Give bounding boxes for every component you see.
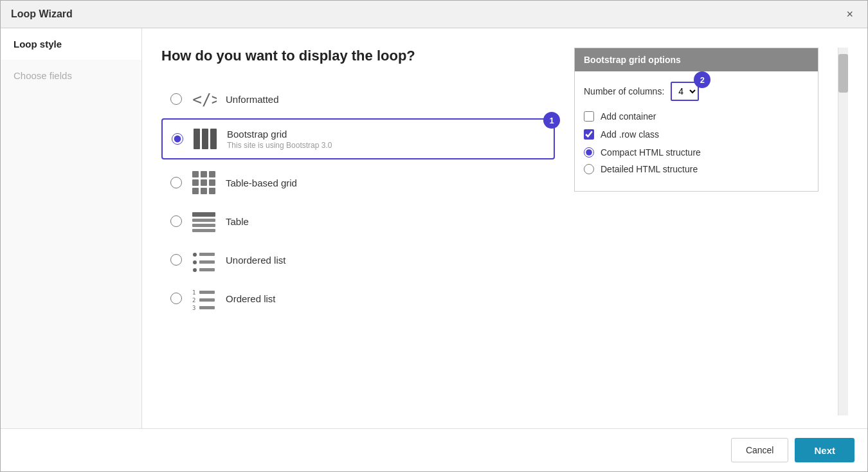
code-icon: </> <box>191 86 217 112</box>
svg-rect-3 <box>210 129 217 149</box>
svg-rect-16 <box>192 229 215 232</box>
option-ordered-list[interactable]: 1 2 3 Ordered list <box>161 279 555 318</box>
svg-rect-7 <box>192 179 199 186</box>
dialog-footer: Cancel Next <box>1 428 867 471</box>
html-structure-group: Compact HTML structure Detailed HTML str… <box>584 147 809 174</box>
dialog-title: Loop Wizard <box>11 8 73 20</box>
option-label-table: Table <box>226 216 249 227</box>
left-panel: How do you want to display the loop? </>… <box>161 48 555 415</box>
table-grid-icon <box>191 170 217 195</box>
compact-html-label: Compact HTML structure <box>601 147 701 158</box>
next-button[interactable]: Next <box>795 438 854 462</box>
svg-rect-22 <box>199 268 215 271</box>
option-bootstrap-grid[interactable]: Bootstrap grid This site is using Bootst… <box>161 118 555 159</box>
detailed-html-label: Detailed HTML structure <box>601 164 698 174</box>
add-container-row[interactable]: Add container <box>584 111 809 122</box>
radio-detailed-html[interactable] <box>584 164 594 174</box>
add-row-class-checkbox[interactable] <box>584 129 594 140</box>
bootstrap-icon <box>192 126 218 152</box>
title-bar: Loop Wizard × <box>1 1 867 28</box>
radio-unordered-list[interactable] <box>170 254 182 266</box>
sidebar-item-loop-style[interactable]: Loop style <box>1 28 141 60</box>
svg-rect-11 <box>201 188 207 194</box>
radio-compact-html[interactable] <box>584 147 594 158</box>
badge-2: 2 <box>694 71 710 88</box>
option-label-ul: Unordered list <box>226 255 285 266</box>
svg-point-17 <box>193 253 197 257</box>
ol-icon: 1 2 3 <box>191 286 217 311</box>
columns-row: Number of columns: 4 1 2 3 5 6 <box>584 82 809 101</box>
sidebar: Loop style Choose fields <box>1 28 142 428</box>
option-label-unformatted: Unformatted <box>226 94 279 105</box>
scrollbar-thumb[interactable] <box>838 54 848 93</box>
add-row-class-row[interactable]: Add .row class <box>584 129 809 140</box>
scrollbar-track[interactable] <box>838 48 848 415</box>
svg-rect-18 <box>199 253 215 256</box>
svg-point-19 <box>193 260 197 264</box>
badge-1: 1 <box>543 112 560 129</box>
sidebar-item-choose-fields: Choose fields <box>1 60 141 91</box>
option-label-bootstrap: Bootstrap grid <box>227 129 332 140</box>
svg-rect-14 <box>192 219 215 222</box>
columns-label: Number of columns: <box>584 86 664 96</box>
svg-text:3: 3 <box>192 305 195 311</box>
svg-rect-15 <box>192 224 215 227</box>
svg-rect-28 <box>199 306 215 309</box>
option-unformatted[interactable]: </> Unformatted <box>161 80 555 118</box>
option-table-based-grid[interactable]: Table-based grid <box>161 163 555 202</box>
bootstrap-options-header: Bootstrap grid options <box>575 48 818 71</box>
radio-ordered-list[interactable] <box>170 293 182 304</box>
svg-rect-12 <box>209 188 215 194</box>
cancel-button[interactable]: Cancel <box>731 438 789 462</box>
svg-rect-13 <box>192 212 215 217</box>
radio-table[interactable] <box>170 215 182 227</box>
svg-rect-24 <box>199 291 215 294</box>
option-label-ol: Ordered list <box>226 293 276 304</box>
svg-rect-8 <box>201 179 207 186</box>
svg-rect-26 <box>199 298 215 302</box>
compact-html-row[interactable]: Compact HTML structure <box>584 147 809 158</box>
table-icon <box>191 208 217 234</box>
options-list: </> Unformatted <box>161 80 555 318</box>
add-container-checkbox[interactable] <box>584 111 594 122</box>
bootstrap-options-body: Number of columns: 4 1 2 3 5 6 <box>575 71 818 191</box>
ul-icon <box>191 247 217 273</box>
svg-rect-6 <box>209 171 215 177</box>
add-container-label: Add container <box>601 111 656 122</box>
svg-rect-1 <box>194 129 200 149</box>
option-unordered-list[interactable]: Unordered list <box>161 241 555 279</box>
main-content: How do you want to display the loop? </>… <box>142 28 867 428</box>
add-row-class-label: Add .row class <box>601 129 659 140</box>
radio-bootstrap-grid[interactable] <box>172 133 183 145</box>
svg-rect-2 <box>202 129 208 149</box>
option-label-table-grid: Table-based grid <box>226 177 297 188</box>
option-table[interactable]: Table <box>161 202 555 241</box>
svg-point-21 <box>193 268 197 272</box>
detailed-html-row[interactable]: Detailed HTML structure <box>584 164 809 174</box>
svg-rect-5 <box>201 171 207 177</box>
svg-text:</>: </> <box>192 90 217 109</box>
option-sublabel-bootstrap: This site is using Bootstrap 3.0 <box>227 141 332 150</box>
close-button[interactable]: × <box>842 7 857 21</box>
question-title: How do you want to display the loop? <box>161 48 555 64</box>
svg-rect-10 <box>192 188 199 194</box>
loop-wizard-dialog: Loop Wizard × Loop style Choose fields H… <box>0 0 868 472</box>
radio-unformatted[interactable] <box>170 93 182 105</box>
svg-text:2: 2 <box>192 297 195 304</box>
svg-rect-9 <box>209 179 215 186</box>
dialog-body: Loop style Choose fields How do you want… <box>1 28 867 428</box>
svg-text:1: 1 <box>192 289 195 296</box>
svg-rect-4 <box>192 171 199 177</box>
bootstrap-options-box: Bootstrap grid options Number of columns… <box>574 48 818 192</box>
svg-rect-20 <box>199 260 215 264</box>
radio-table-based-grid[interactable] <box>170 177 182 188</box>
right-panel: Bootstrap grid options Number of columns… <box>574 48 818 415</box>
